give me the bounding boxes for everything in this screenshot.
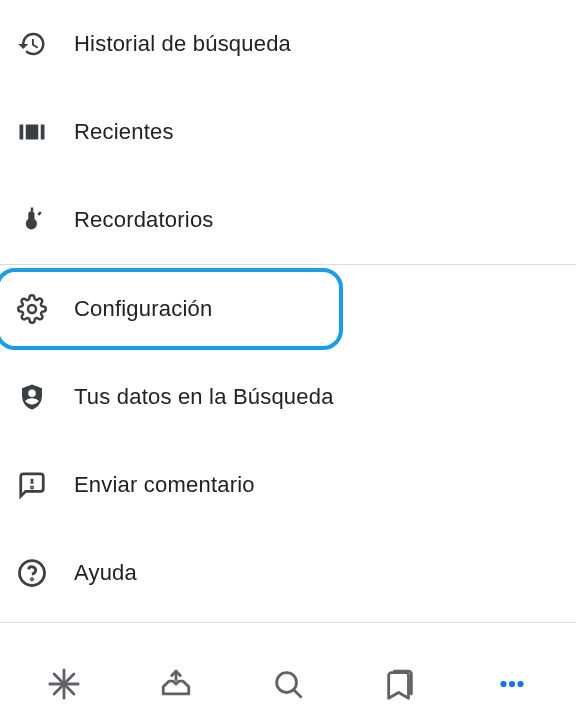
history-icon [16,28,48,60]
svg-point-15 [509,681,515,687]
shield-user-icon [16,381,48,413]
more-icon [495,667,529,701]
nav-discover[interactable] [40,660,88,708]
svg-point-0 [28,305,36,313]
menu-item-reminders[interactable]: Recordatorios [0,176,576,264]
menu-item-recent[interactable]: Recientes [0,88,576,176]
svg-point-2 [31,487,32,488]
spark-icon [47,667,81,701]
menu-item-label: Configuración [74,296,212,322]
svg-point-16 [517,681,523,687]
inbox-icon [159,667,193,701]
feedback-icon [16,469,48,501]
menu-item-label: Historial de búsqueda [74,31,291,57]
svg-line-13 [294,690,301,697]
menu-item-settings[interactable]: Configuración [0,265,576,353]
reminder-icon [16,204,48,236]
recent-icon [16,116,48,148]
menu-item-label: Recientes [74,119,174,145]
divider [0,622,576,623]
nav-collections[interactable] [376,660,424,708]
gear-icon [16,293,48,325]
menu-item-label: Ayuda [74,560,137,586]
bookmarks-icon [383,667,417,701]
nav-more[interactable] [488,660,536,708]
help-icon [16,557,48,589]
menu-item-label: Recordatorios [74,207,214,233]
bottom-nav [0,648,576,720]
svg-point-4 [31,579,32,580]
search-icon [271,667,305,701]
menu-item-feedback[interactable]: Enviar comentario [0,441,576,529]
menu-item-label: Tus datos en la Búsqueda [74,384,334,410]
menu-item-search-history[interactable]: Historial de búsqueda [0,0,576,88]
menu-item-your-data[interactable]: Tus datos en la Búsqueda [0,353,576,441]
svg-point-14 [500,681,506,687]
nav-search[interactable] [264,660,312,708]
nav-updates[interactable] [152,660,200,708]
settings-menu: Historial de búsqueda Recientes Recordat… [0,0,576,623]
menu-item-help[interactable]: Ayuda [0,529,576,617]
menu-item-label: Enviar comentario [74,472,255,498]
